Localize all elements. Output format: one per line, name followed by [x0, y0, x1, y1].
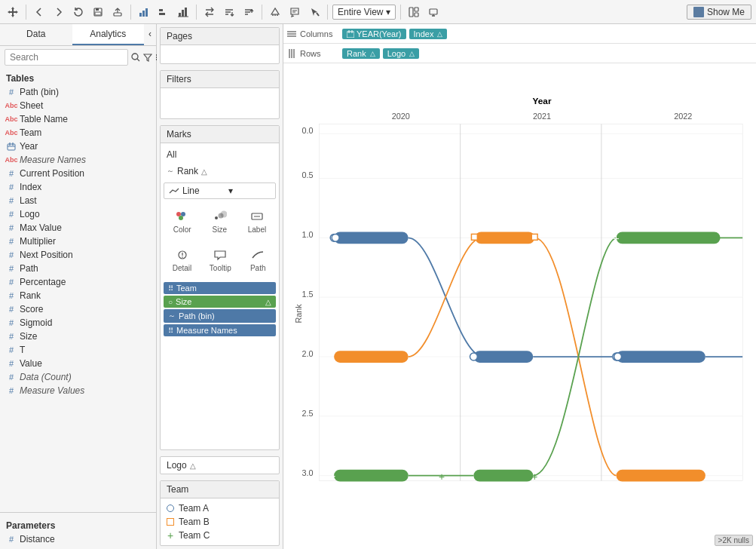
field-score[interactable]: # Score	[0, 302, 156, 316]
main-layout: Data Analytics ‹ ▾ Tables #	[0, 24, 756, 549]
field-year[interactable]: Year	[0, 140, 156, 153]
team-section: Team A Team B + Team C	[161, 498, 279, 545]
bar-chart-icon[interactable]	[155, 4, 172, 20]
field-t[interactable]: # T	[0, 343, 156, 357]
tooltip-btn[interactable]: Tooltip	[206, 244, 235, 276]
rank-delta-icon: △	[201, 167, 207, 176]
field-index[interactable]: # Index	[0, 180, 156, 194]
param-distance[interactable]: # Distance	[0, 532, 156, 546]
tables-title: Tables	[0, 69, 156, 85]
team-c-shape: +	[167, 532, 174, 539]
field-logo[interactable]: # Logo	[0, 207, 156, 221]
highlight-icon[interactable]	[267, 4, 283, 20]
search-icon[interactable]	[131, 50, 140, 65]
panel-collapse-arrow[interactable]: ‹	[144, 24, 156, 45]
path-btn[interactable]: Path	[245, 244, 271, 276]
team-b-bar-2022-r3	[617, 470, 705, 482]
row-pill-rank[interactable]: Rank △	[342, 48, 380, 59]
mark-type-label: Line	[182, 186, 225, 196]
save-icon[interactable]	[90, 4, 106, 20]
field-team[interactable]: Abc Team	[0, 126, 156, 140]
field-icon-current-position: #	[6, 168, 17, 179]
team-a-shape	[167, 505, 174, 512]
team-b-bar-2021-r1	[475, 232, 534, 244]
field-sigmoid[interactable]: # Sigmoid	[0, 316, 156, 330]
field-sheet[interactable]: Abc Sheet	[0, 99, 156, 112]
field-data-count[interactable]: # Data (Count)	[0, 370, 156, 384]
parameters-title: Parameters	[0, 516, 156, 532]
field-rank[interactable]: # Rank	[0, 289, 156, 302]
pill-path-bin[interactable]: ～ Path (bin)	[164, 309, 276, 323]
label-icon	[248, 209, 266, 224]
cursor-icon[interactable]	[306, 4, 323, 20]
view-dropdown[interactable]: Entire View ▾	[332, 5, 396, 20]
chart-icon[interactable]	[136, 4, 152, 20]
row-pill-logo[interactable]: Logo △	[383, 48, 419, 59]
field-table-name[interactable]: Abc Table Name	[0, 112, 156, 126]
annotation-icon[interactable]	[286, 4, 303, 20]
field-percentage[interactable]: # Percentage	[0, 275, 156, 289]
label-btn[interactable]: Label	[244, 205, 270, 238]
field-icon-last: #	[6, 195, 17, 206]
svg-rect-3	[114, 13, 121, 16]
mark-type-dropdown[interactable]: Line ▾	[164, 182, 276, 199]
field-label-path: Path	[20, 263, 38, 274]
field-path[interactable]: # Path	[0, 262, 156, 275]
field-label-current-position: Current Position	[20, 168, 84, 179]
analytics-chart-icon[interactable]	[175, 4, 191, 20]
back-icon[interactable]	[31, 4, 47, 20]
team-c-plus-right-2021: +	[531, 471, 537, 483]
svg-rect-18	[409, 8, 413, 17]
pill-team-label: Team	[176, 284, 197, 293]
pill-measure-names-icon: ⠿	[168, 327, 173, 335]
field-last[interactable]: # Last	[0, 194, 156, 207]
field-value[interactable]: # Value	[0, 357, 156, 370]
team-c-plus-2020: +	[329, 471, 335, 482]
column-pill-index[interactable]: Index △	[409, 29, 448, 39]
field-icon-logo: #	[6, 209, 17, 219]
row-rank-label: Rank	[347, 49, 366, 58]
sort-desc-icon[interactable]	[240, 4, 257, 20]
svg-rect-20	[415, 13, 418, 17]
field-path-bin[interactable]: # Path (bin)	[0, 85, 156, 99]
field-label-next-position: Next Position	[20, 250, 73, 260]
field-next-position[interactable]: # Next Position	[0, 248, 156, 262]
swap-icon[interactable]	[201, 4, 218, 20]
field-size[interactable]: # Size	[0, 330, 156, 343]
color-btn[interactable]: Color	[170, 205, 195, 238]
pill-measure-names[interactable]: ⠿ Measure Names	[164, 324, 276, 336]
detail-btn[interactable]: Detail	[169, 244, 196, 276]
pill-size[interactable]: ○ Size △	[164, 296, 276, 308]
team-c-bar-2020-r3	[334, 470, 409, 482]
rows-icon	[286, 48, 297, 59]
tab-analytics[interactable]: Analytics	[72, 24, 145, 45]
svg-rect-19	[415, 8, 418, 11]
tab-data[interactable]: Data	[0, 24, 72, 45]
y-label-15: 1.5	[301, 290, 313, 299]
logo-box: Logo △	[160, 456, 280, 474]
field-measure-values[interactable]: # Measure Values	[0, 384, 156, 397]
field-current-position[interactable]: # Current Position	[0, 167, 156, 180]
reload-icon[interactable]	[70, 4, 87, 20]
sort-asc-icon[interactable]	[221, 4, 237, 20]
field-measure-names[interactable]: Abc Measure Names	[0, 153, 156, 167]
filters-box: Filters	[160, 70, 280, 119]
show-me-button[interactable]: Show Me	[687, 5, 751, 20]
team-c-plus-2022: +	[614, 233, 620, 244]
column-pill-year[interactable]: YEAR(Year)	[342, 29, 406, 39]
field-label-data-count: Data (Count)	[20, 372, 72, 382]
field-icon-sheet: Abc	[6, 100, 17, 111]
filter-icon[interactable]	[143, 50, 152, 65]
field-multiplier[interactable]: # Multiplier	[0, 235, 156, 248]
size-btn[interactable]: Size	[207, 205, 232, 238]
layout-icon[interactable]	[406, 4, 422, 20]
field-max-value[interactable]: # Max Value	[0, 221, 156, 235]
marks-header: Marks	[161, 126, 279, 143]
move-tool-icon[interactable]	[5, 4, 21, 20]
search-input[interactable]	[5, 49, 128, 66]
device-icon[interactable]	[425, 4, 442, 20]
pill-team[interactable]: ⠿ Team	[164, 282, 276, 294]
color-icon	[173, 209, 191, 224]
publish-icon[interactable]	[109, 4, 126, 20]
forward-icon[interactable]	[51, 4, 67, 20]
